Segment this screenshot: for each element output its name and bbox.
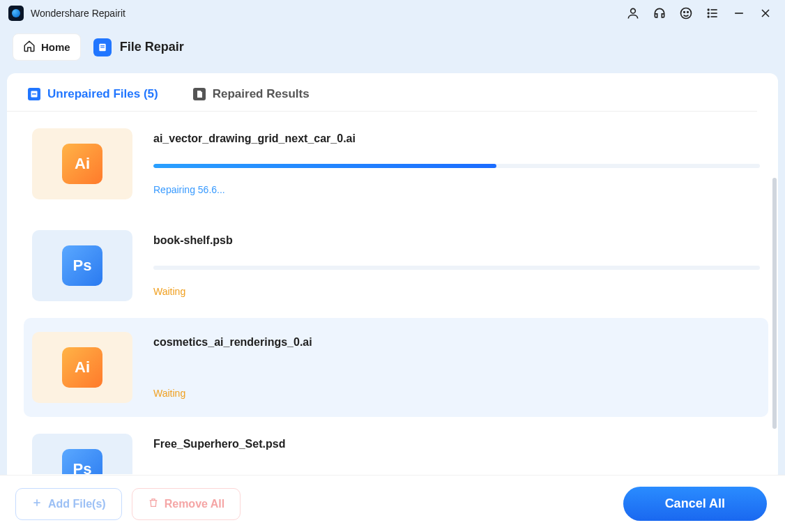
- header: Home File Repair: [0, 26, 785, 73]
- support-icon[interactable]: [653, 6, 666, 20]
- tab-unrepaired[interactable]: Unrepaired Files (5): [28, 87, 158, 101]
- svg-point-3: [687, 12, 689, 13]
- ps-icon: Ps: [62, 449, 102, 474]
- cancel-all-label: Cancel All: [665, 496, 725, 511]
- file-info: book-shelf.psb Waiting: [153, 230, 760, 301]
- footer: Add File(s) Remove All Cancel All: [0, 475, 785, 532]
- titlebar: Wondershare Repairit: [0, 0, 785, 26]
- add-files-label: Add File(s): [48, 498, 106, 510]
- file-thumbnail: Ps: [32, 434, 132, 474]
- cancel-all-button[interactable]: Cancel All: [623, 487, 767, 521]
- close-icon[interactable]: [759, 6, 772, 20]
- remove-all-button[interactable]: Remove All: [132, 488, 241, 520]
- svg-point-0: [631, 8, 636, 13]
- tabs: Unrepaired Files (5) Repaired Results: [7, 73, 757, 112]
- menu-icon[interactable]: [706, 6, 719, 20]
- svg-rect-17: [32, 93, 36, 95]
- module-label: File Repair: [120, 40, 184, 54]
- tab-repaired[interactable]: Repaired Results: [193, 87, 310, 101]
- footer-left: Add File(s) Remove All: [15, 488, 241, 520]
- ps-icon: Ps: [62, 245, 102, 286]
- app-title: Wondershare Repairit: [31, 8, 125, 19]
- scrollbar[interactable]: [772, 178, 777, 443]
- tab-unrepaired-label: Unrepaired Files (5): [47, 87, 158, 101]
- add-files-button[interactable]: Add File(s): [15, 488, 122, 520]
- svg-point-4: [708, 9, 709, 10]
- home-label: Home: [41, 41, 70, 53]
- remove-all-label: Remove All: [165, 498, 225, 510]
- svg-point-8: [708, 16, 709, 17]
- svg-point-1: [681, 8, 692, 19]
- file-status: Waiting: [153, 388, 760, 399]
- module-title: File Repair: [93, 38, 184, 56]
- file-row[interactable]: Ps Free_Superhero_Set.psd Waiting: [24, 420, 768, 474]
- progress-fill: [153, 164, 496, 168]
- svg-point-2: [684, 12, 685, 13]
- home-icon: [23, 40, 36, 54]
- ai-icon: Ai: [62, 347, 102, 388]
- app-logo: [8, 6, 24, 21]
- file-row[interactable]: Ai ai_vector_drawing_grid_next_car_0.ai …: [24, 114, 768, 213]
- file-name: cosmetics_ai_renderings_0.ai: [153, 336, 760, 349]
- file-info: Free_Superhero_Set.psd Waiting: [153, 434, 760, 474]
- minimize-icon[interactable]: [732, 6, 746, 20]
- tab-repaired-label: Repaired Results: [213, 87, 310, 101]
- svg-rect-15: [100, 47, 105, 47]
- file-row[interactable]: Ps book-shelf.psb Waiting: [24, 216, 768, 315]
- file-status: Waiting: [153, 286, 760, 297]
- file-thumbnail: Ai: [32, 332, 132, 403]
- file-name: Free_Superhero_Set.psd: [153, 438, 760, 450]
- file-thumbnail: Ps: [32, 230, 132, 301]
- repaired-tab-icon: [193, 88, 206, 100]
- plus-icon: [31, 497, 43, 511]
- file-name: book-shelf.psb: [153, 234, 760, 247]
- file-thumbnail: Ai: [32, 128, 132, 199]
- file-name: ai_vector_drawing_grid_next_car_0.ai: [153, 132, 760, 145]
- trash-icon: [148, 497, 159, 511]
- file-row[interactable]: Ai cosmetics_ai_renderings_0.ai Waiting: [24, 318, 768, 417]
- unrepaired-tab-icon: [28, 88, 40, 100]
- main-panel: Unrepaired Files (5) Repaired Results Ai…: [7, 73, 778, 482]
- account-icon[interactable]: [626, 6, 640, 20]
- file-status: Repairing 56.6...: [153, 184, 760, 195]
- titlebar-right: [626, 6, 772, 20]
- scrollbar-thumb[interactable]: [772, 178, 777, 429]
- file-list: Ai ai_vector_drawing_grid_next_car_0.ai …: [7, 112, 778, 474]
- file-info: ai_vector_drawing_grid_next_car_0.ai Rep…: [153, 128, 760, 199]
- svg-rect-14: [100, 45, 105, 46]
- ai-icon: Ai: [62, 144, 102, 184]
- progress-bar: [153, 164, 760, 168]
- svg-point-6: [708, 13, 709, 14]
- file-repair-icon: [93, 38, 112, 56]
- progress-bar: [153, 266, 760, 270]
- home-button[interactable]: Home: [13, 33, 81, 61]
- file-info: cosmetics_ai_renderings_0.ai Waiting: [153, 332, 760, 403]
- titlebar-left: Wondershare Repairit: [8, 6, 125, 21]
- feedback-icon[interactable]: [679, 6, 693, 20]
